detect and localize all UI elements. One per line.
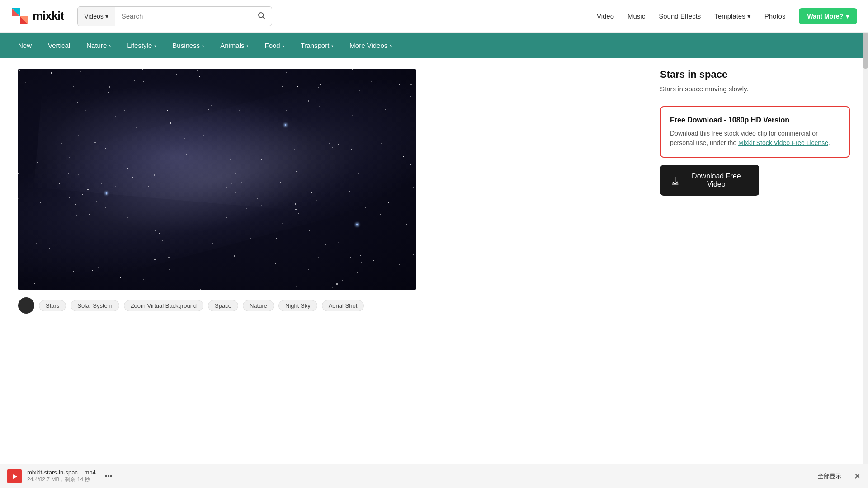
video-thumbnail[interactable]	[18, 69, 416, 290]
star	[142, 69, 143, 70]
star	[365, 207, 366, 208]
want-more-button[interactable]: Want More? ▾	[799, 8, 857, 24]
tag-zoom-bg[interactable]: Zoom Virtual Background	[124, 300, 203, 311]
star	[71, 145, 71, 146]
star	[184, 138, 185, 139]
scrollbar[interactable]	[863, 33, 868, 324]
star	[326, 117, 327, 117]
star	[366, 286, 366, 286]
tag-nature[interactable]: Nature	[243, 300, 274, 311]
star	[352, 115, 353, 116]
download-card-description: Download this free stock video clip for …	[670, 129, 840, 148]
cat-nature[interactable]: Nature ›	[86, 42, 111, 49]
star	[361, 104, 362, 104]
star	[238, 259, 239, 259]
download-card: Free Download - 1080p HD Version Downloa…	[660, 106, 850, 158]
cat-more-videos[interactable]: More Videos ›	[349, 42, 392, 49]
star	[226, 187, 226, 188]
star	[315, 214, 315, 214]
logo[interactable]: mixkit	[11, 7, 64, 25]
chevron-right-icon: ›	[154, 42, 156, 49]
star	[186, 154, 187, 155]
star	[352, 69, 353, 70]
chevron-right-icon: ›	[331, 42, 333, 49]
star	[194, 262, 194, 263]
nav-video[interactable]: Video	[597, 12, 614, 20]
star	[102, 83, 103, 83]
star	[165, 152, 165, 152]
star	[349, 281, 349, 281]
star	[296, 286, 297, 287]
star	[156, 94, 156, 94]
star	[239, 227, 239, 227]
download-free-video-button[interactable]: Download Free Video	[660, 165, 760, 196]
star	[342, 280, 343, 281]
tag-stars[interactable]: Stars	[39, 300, 66, 311]
nav-music[interactable]: Music	[627, 12, 645, 20]
star	[195, 193, 196, 194]
license-link[interactable]: Mixkit Stock Video Free License	[738, 139, 828, 146]
star	[235, 192, 236, 192]
star	[51, 72, 52, 74]
star	[64, 265, 64, 266]
star	[103, 122, 104, 123]
star	[69, 157, 70, 158]
star	[132, 177, 133, 178]
star	[343, 131, 343, 132]
cat-business[interactable]: Business ›	[172, 42, 204, 49]
cat-transport[interactable]: Transport ›	[301, 42, 334, 49]
star	[115, 116, 116, 117]
star	[308, 100, 309, 101]
nav-sound-effects[interactable]: Sound Effects	[659, 12, 701, 20]
star	[290, 211, 290, 211]
star	[317, 288, 317, 288]
star	[413, 187, 414, 188]
star	[78, 174, 79, 175]
chevron-down-icon: ▾	[846, 13, 849, 20]
star	[106, 194, 107, 195]
star	[73, 86, 74, 87]
tag-night-sky[interactable]: Night Sky	[278, 300, 317, 311]
star	[105, 148, 106, 149]
star	[67, 222, 67, 223]
cat-vertical[interactable]: Vertical	[48, 42, 70, 49]
tag-space[interactable]: Space	[208, 300, 238, 311]
search-type-dropdown[interactable]: Videos ▾	[78, 7, 115, 26]
star	[90, 103, 90, 103]
cat-lifestyle[interactable]: Lifestyle ›	[127, 42, 156, 49]
nav-photos[interactable]: Photos	[764, 12, 786, 20]
scrollbar-thumb[interactable]	[863, 33, 868, 69]
star	[318, 158, 319, 159]
star	[350, 257, 351, 258]
star	[101, 183, 102, 183]
star	[163, 106, 164, 107]
cat-food[interactable]: Food ›	[265, 42, 284, 49]
star	[184, 128, 184, 128]
search-input[interactable]	[115, 7, 251, 26]
nav-templates[interactable]: Templates ▾	[714, 12, 750, 20]
search-button[interactable]	[251, 7, 272, 26]
star	[38, 234, 38, 235]
cat-new[interactable]: New	[18, 42, 32, 49]
tag-solar-system[interactable]: Solar System	[71, 300, 119, 311]
star	[413, 254, 414, 255]
star	[25, 82, 27, 83]
star	[155, 230, 156, 231]
star	[268, 99, 269, 99]
download-icon	[671, 176, 679, 185]
star	[317, 219, 317, 220]
star	[295, 209, 296, 210]
star	[320, 84, 320, 85]
tag-aerial-shot[interactable]: Aerial Shot	[322, 300, 364, 311]
star	[102, 146, 102, 147]
star	[61, 143, 62, 144]
star	[408, 154, 409, 155]
star	[36, 215, 36, 215]
star	[37, 162, 38, 163]
star	[74, 251, 75, 251]
star	[338, 185, 339, 186]
star	[318, 132, 319, 132]
cat-animals[interactable]: Animals ›	[220, 42, 248, 49]
star	[71, 271, 71, 272]
star	[241, 182, 243, 183]
